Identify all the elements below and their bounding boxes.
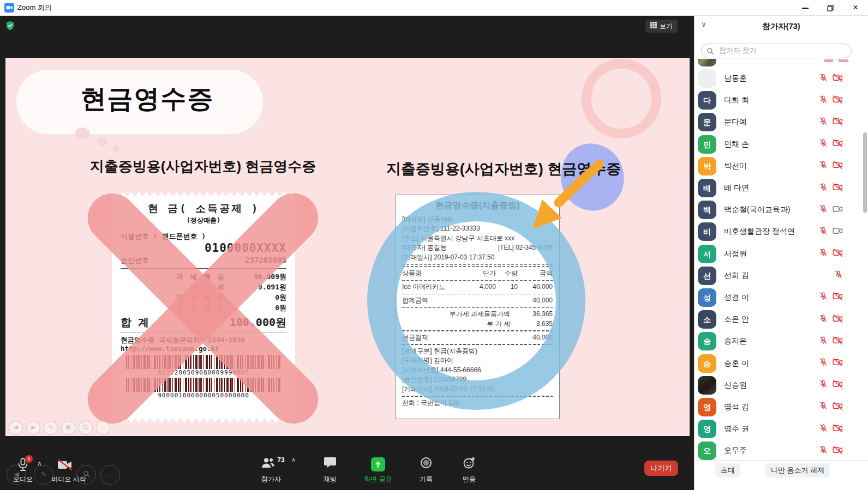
video-off-icon [833,160,843,172]
participant-name: 남동훈 [724,74,747,83]
decor-dot [97,137,107,146]
avatar: 성 [698,288,716,307]
participants-panel: ∨ 참가자(73) 남동훈다다희 최문문다예민민채 손박박선미배배 다연백백순철… [694,15,868,490]
reactions-button[interactable]: 반응 [450,456,489,471]
magnifier-icon[interactable] [79,421,93,435]
participant-row[interactable]: 비비호생활관장 정석연 [695,221,868,243]
video-off-icon [833,138,843,150]
security-shield-icon[interactable] [5,21,15,33]
participant-row[interactable]: 민민채 손 [695,134,868,155]
screen-share-button[interactable]: 화면 공유 [352,456,404,471]
video-off-icon [833,117,843,128]
participant-row[interactable]: 백백순철(국어교육과) [695,199,868,221]
slides-icon[interactable]: ▣ [61,421,75,435]
audio-alert-badge: ! [25,455,33,463]
video-off-icon [833,336,843,347]
minimize-button[interactable] [793,0,818,15]
decor-dot [112,146,119,152]
divider [402,344,553,345]
participant-search-input[interactable] [718,46,846,55]
participant-name: 민채 손 [724,140,749,149]
participant-row[interactable]: 다다희 최 [695,89,868,111]
participants-button-label: 참가자 [252,475,290,484]
participants-chevron[interactable]: ∧ [291,456,296,463]
audio-button-label[interactable]: 오디오 [7,475,39,484]
video-off-icon [839,59,848,62]
participant-row[interactable]: 문문다예 [695,111,868,133]
window-title: Zoom 회의 [17,0,52,15]
mic-muted-icon [819,73,828,84]
video-button-label[interactable]: 비디오 시작 [50,475,87,484]
participant-row[interactable]: 서서정원 [695,243,868,265]
participant-search-box[interactable] [701,44,852,58]
participant-row[interactable]: 송송지은 [695,330,868,352]
previous-slide-icon[interactable]: ◀ [9,421,23,435]
avatar: 백 [698,201,716,219]
invite-button[interactable]: 초대 [715,463,740,477]
pen-icon[interactable]: ✎ [44,421,58,435]
payment-detail-line: [결제구분] 현금(지출증빙) [402,347,553,356]
video-off-icon [833,95,843,106]
view-button[interactable]: 보기 [645,20,678,33]
reactions-button-label: 반응 [450,475,489,484]
pink-ring-decoration [582,59,661,138]
participant-row[interactable]: 배배 다연 [695,177,868,199]
participant-status-icons [819,226,868,238]
mic-muted-icon [819,292,828,303]
participant-status-icons [819,160,868,172]
avatar: 서 [698,245,716,263]
restore-button[interactable] [818,0,843,15]
participant-name: 박선미 [724,161,747,171]
participant-row[interactable]: 선선희 김 [695,265,868,287]
participant-list: 남동훈다다희 최문문다예민민채 손박박선미배배 다연백백순철(국어교육과)비비호… [695,68,868,461]
video-on-icon [833,226,843,238]
video-off-icon[interactable] [57,458,73,474]
participant-status-icons [819,204,868,216]
video-off-icon [833,379,843,391]
next-slide-icon[interactable]: ▶ [26,421,40,435]
mic-muted-icon [819,160,828,172]
close-button[interactable]: × [843,0,868,15]
transaction-datetime: [거래일시] 2019-07-03 17:37:50 [402,253,553,263]
mic-muted-icon [819,379,828,391]
participant-status-icons [819,138,868,150]
unmute-self-button[interactable]: 나만 음소거 해제 [765,463,830,477]
participant-row[interactable]: 소소은 안 [695,308,868,330]
payment-details: [결제구분] 현금(지출증빙)[구매자명] 김마이[사업자번호] 444-55-… [402,347,553,395]
audio-options-chevron[interactable]: ∧ [37,459,42,467]
participant-row[interactable]: 성성경 이 [695,287,868,308]
participant-row[interactable]: 영영석 김 [695,396,868,418]
receipt-zigzag-edge [112,418,295,423]
scrollbar-thumb[interactable] [863,132,867,213]
more-icon[interactable]: … [100,465,120,485]
avatar: 박 [698,157,716,176]
leave-meeting-button[interactable]: 나가기 [644,461,678,476]
participant-status-icons [819,314,868,325]
telephone: [TEL] 02-345-6789 [498,243,553,253]
participants-button[interactable]: 73 ∧ 참가자 [252,456,304,471]
avatar: 소 [698,310,716,329]
participant-row[interactable]: 승승훈 이 [695,352,868,374]
payment-detail-line: [거래일시] 2019-07-03 17:37:50 [402,385,553,395]
divider [402,396,553,397]
more-icon[interactable]: … [96,421,110,435]
video-off-icon [833,358,843,369]
participant-row[interactable]: 오오무주 [695,440,868,461]
avatar: 송 [698,332,716,350]
participant-row[interactable]: 박박선미 [695,155,868,177]
participant-status-icons [819,248,868,259]
avatar: 영 [698,420,716,438]
participant-name: 비호생활관장 정석연 [724,227,795,237]
participant-row[interactable]: 신승원 [695,374,868,396]
slide-title: 현금영수증 [71,82,224,116]
participant-row-partial[interactable] [698,59,861,67]
participant-row[interactable]: 남동훈 [695,68,868,89]
participant-row[interactable]: 영영주 권 [695,418,868,440]
divider [402,330,553,331]
mic-muted-icon [819,226,828,238]
screen-share-icon [371,457,385,471]
record-button[interactable]: 기록 [408,456,444,471]
chat-button[interactable]: 채팅 [311,456,349,471]
chat-button-label: 채팅 [311,475,349,484]
mic-muted-icon [824,59,833,62]
